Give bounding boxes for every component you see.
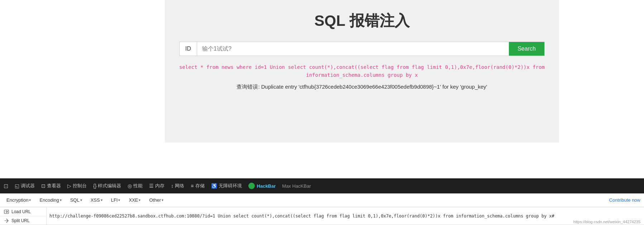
load-url-button[interactable]: Load URL — [0, 207, 46, 216]
chevron-down-icon: ▾ — [139, 198, 140, 202]
id-label: ID — [180, 42, 197, 56]
search-row: ID Search — [179, 42, 545, 56]
menu-encoding[interactable]: Encoding ▾ — [37, 196, 64, 204]
storage-icon: ≡ — [191, 183, 194, 189]
hackbar-urlbar: Load URL Split URL https://blog.csdn.net… — [0, 207, 644, 225]
devtools-bar: ⊡ ◱ 调试器 ⊡ 查看器 ▷ 控制台 {} 样式编辑器 ◎ 性能 ☰ 内存 ↕… — [0, 178, 644, 193]
spacer — [0, 142, 644, 178]
devtools-viewer[interactable]: ⊡ 查看器 — [41, 183, 61, 189]
split-url-button[interactable]: Split URL — [0, 216, 46, 225]
network-icon: ↕ — [171, 183, 173, 189]
hackbar-action-buttons: Load URL Split URL — [0, 207, 47, 225]
devtools-performance[interactable]: ◎ 性能 — [128, 183, 143, 189]
devtools-accessibility[interactable]: ♿ 无障碍环境 — [211, 183, 242, 189]
hackbar-tab[interactable]: HackBar — [248, 183, 276, 189]
load-url-icon — [4, 209, 9, 215]
menu-xxe[interactable]: XXE ▾ — [126, 196, 143, 204]
devtools-network[interactable]: ↕ 网络 — [171, 183, 184, 189]
console-icon: ▷ — [67, 183, 71, 189]
menu-other[interactable]: Other ▾ — [146, 196, 166, 204]
chevron-down-icon: ▾ — [60, 198, 62, 202]
chevron-down-icon: ▾ — [118, 198, 120, 202]
devtools-memory[interactable]: ☰ 内存 — [149, 183, 164, 189]
menu-sql[interactable]: SQL ▾ — [67, 196, 85, 204]
url-hint: https://blog.csdn.net/weixin_44274235 — [573, 220, 640, 224]
performance-icon: ◎ — [128, 183, 132, 189]
hackbar-toolbar: Encryption ▾ Encoding ▾ SQL ▾ XSS ▾ LFI … — [0, 193, 644, 207]
devtools-style-editor[interactable]: {} 样式编辑器 — [93, 183, 121, 189]
hackbar-dot-icon — [248, 183, 255, 189]
contribute-now-link[interactable]: Contribute now — [609, 197, 640, 203]
search-button[interactable]: Search — [509, 42, 544, 56]
chevron-down-icon: ▾ — [29, 198, 31, 202]
menu-lfi[interactable]: LFI ▾ — [108, 196, 123, 204]
memory-icon: ☰ — [149, 183, 154, 189]
devtools-debugger[interactable]: ◱ 调试器 — [15, 183, 35, 189]
search-input[interactable] — [197, 42, 509, 56]
chevron-down-icon: ▾ — [162, 198, 163, 202]
max-hackbar-tab[interactable]: Max HacKBar — [282, 183, 311, 189]
devtools-console[interactable]: ▷ 控制台 — [67, 183, 87, 189]
url-input-area: https://blog.csdn.net/weixin_44274235 — [47, 207, 644, 225]
url-input[interactable] — [49, 214, 641, 219]
style-editor-icon: {} — [93, 183, 96, 189]
sql-query: select * from news where id=1 Union sele… — [179, 63, 545, 79]
split-url-icon — [4, 218, 9, 224]
menu-encryption[interactable]: Encryption ▾ — [4, 196, 34, 204]
chevron-down-icon: ▾ — [80, 198, 82, 202]
page-title: SQL 报错注入 — [314, 11, 409, 31]
main-content: SQL 报错注入 ID Search select * from news wh… — [165, 0, 559, 142]
chevron-down-icon: ▾ — [101, 198, 102, 202]
menu-xss[interactable]: XSS ▾ — [88, 196, 105, 204]
error-text: 查询错误: Duplicate entry 'ctfhub{3726cedeb2… — [237, 84, 487, 90]
devtools-main-icon[interactable]: ⊡ — [4, 183, 8, 189]
viewer-icon: ⊡ — [41, 183, 46, 189]
debugger-icon: ◱ — [15, 183, 19, 189]
accessibility-icon: ♿ — [211, 183, 217, 189]
devtools-storage[interactable]: ≡ 存储 — [191, 183, 204, 189]
